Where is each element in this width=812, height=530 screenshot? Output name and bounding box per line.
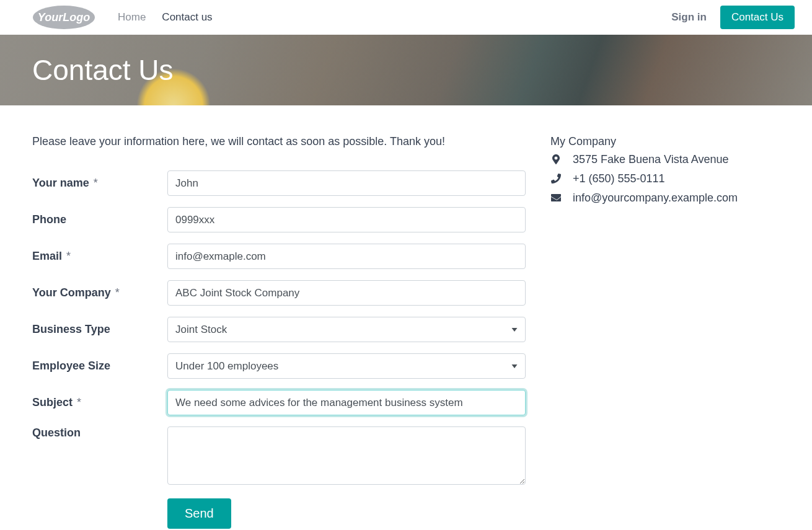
row-email: Email * [32, 244, 526, 269]
intro-text: Please leave your information here, we w… [32, 135, 526, 148]
address-line: 3575 Fake Buena Vista Avenue [550, 151, 780, 169]
page-title: Contact Us [32, 53, 174, 87]
label-name: Your name * [32, 177, 167, 190]
label-question: Question [32, 426, 167, 439]
nav-home[interactable]: Home [118, 11, 146, 24]
company-name: My Company [550, 135, 780, 148]
input-phone[interactable] [167, 207, 526, 232]
label-employee-size: Employee Size [32, 360, 167, 373]
textarea-question[interactable] [167, 426, 526, 485]
envelope-icon [550, 193, 562, 203]
row-phone: Phone [32, 207, 526, 232]
phone-line: +1 (650) 555-0111 [550, 170, 780, 188]
row-subject: Subject * [32, 390, 526, 415]
email-line: info@yourcompany.example.com [550, 189, 780, 207]
svg-text:YourLogo: YourLogo [38, 11, 90, 24]
input-email[interactable] [167, 244, 526, 269]
label-email: Email * [32, 250, 167, 263]
label-subject: Subject * [32, 396, 167, 409]
signin-link[interactable]: Sign in [671, 11, 707, 24]
row-question: Question [32, 426, 526, 485]
hero-banner: Contact Us [0, 35, 812, 105]
label-company: Your Company * [32, 286, 167, 299]
row-business-type: Business Type Joint Stock [32, 317, 526, 342]
phone-text: +1 (650) 555-0111 [573, 170, 665, 188]
select-business-type[interactable]: Joint Stock [167, 317, 526, 342]
form-column: Please leave your information here, we w… [32, 135, 526, 529]
row-employee-size: Employee Size Under 100 employees [32, 353, 526, 379]
logo: YourLogo [32, 4, 95, 30]
input-subject[interactable] [167, 390, 526, 415]
phone-icon [550, 174, 562, 183]
label-business-type: Business Type [32, 323, 167, 336]
input-company[interactable] [167, 280, 526, 306]
row-name: Your name * [32, 170, 526, 196]
main-content: Please leave your information here, we w… [0, 105, 812, 530]
nav-contact[interactable]: Contact us [162, 11, 212, 24]
nav-right: Sign in Contact Us [671, 6, 795, 29]
row-company: Your Company * [32, 280, 526, 306]
map-marker-icon [550, 154, 562, 164]
send-button[interactable]: Send [167, 498, 231, 529]
input-name[interactable] [167, 170, 526, 196]
contact-us-button[interactable]: Contact Us [720, 6, 795, 29]
label-phone: Phone [32, 213, 167, 226]
select-employee-size[interactable]: Under 100 employees [167, 353, 526, 379]
company-info: My Company 3575 Fake Buena Vista Avenue … [550, 135, 780, 529]
nav-links: Home Contact us [118, 11, 213, 24]
address-text: 3575 Fake Buena Vista Avenue [573, 151, 729, 169]
email-text: info@yourcompany.example.com [573, 189, 738, 207]
navbar: YourLogo Home Contact us Sign in Contact… [0, 0, 812, 35]
